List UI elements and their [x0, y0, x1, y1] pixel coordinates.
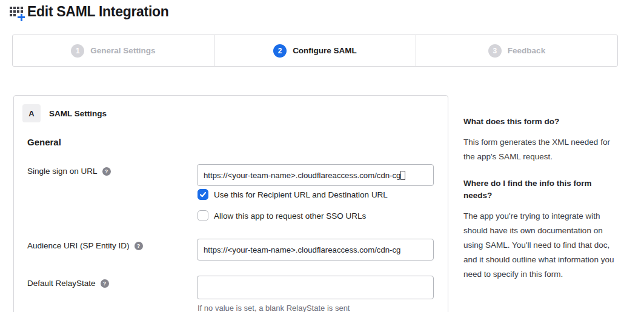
sidebar-heading-1: What does this form do? [463, 116, 617, 128]
app-grid-plus-icon [10, 5, 25, 19]
relaystate-helper-text: If no value is set, a blank RelayState i… [198, 304, 350, 312]
audience-uri-label: Audience URI (SP Entity ID) ? [27, 241, 143, 250]
step-feedback[interactable]: 3 Feedback [416, 35, 617, 66]
page-title: Edit SAML Integration [27, 4, 169, 20]
relaystate-input[interactable] [197, 276, 434, 299]
step-configure-saml[interactable]: 2 Configure SAML [214, 35, 416, 66]
recipient-url-checkbox-row: Use this for Recipient URL and Destinati… [198, 189, 388, 200]
sso-url-input[interactable]: https://<your-team-name>.cloudflareacces… [197, 164, 434, 186]
general-heading: General [27, 137, 61, 147]
help-icon[interactable]: ? [101, 279, 109, 288]
step-general-settings[interactable]: 1 General Settings [13, 35, 214, 66]
check-icon [199, 191, 207, 198]
recipient-url-checkbox-label[interactable]: Use this for Recipient URL and Destinati… [214, 190, 388, 199]
page-header: Edit SAML Integration [10, 4, 169, 20]
step-number-badge: 2 [273, 44, 287, 58]
sso-url-value: https://<your-team-name>.cloudflareacces… [204, 171, 400, 180]
step-number-badge: 1 [71, 44, 84, 58]
step-label: Feedback [508, 46, 545, 55]
wizard-stepper: 1 General Settings 2 Configure SAML 3 Fe… [12, 35, 618, 67]
audience-uri-value: https://<your-team-name>.cloudflareacces… [204, 245, 400, 254]
plus-icon [18, 14, 25, 21]
step-number-badge: 3 [488, 44, 502, 58]
other-sso-checkbox-row: Allow this app to request other SSO URLs [198, 210, 366, 221]
help-icon[interactable]: ? [102, 167, 111, 176]
audience-uri-input[interactable]: https://<your-team-name>.cloudflareacces… [197, 239, 434, 261]
text-cursor-icon [400, 171, 405, 180]
sso-url-label: Single sign on URL ? [27, 167, 111, 176]
sidebar-heading-2: Where do I find the info this form needs… [463, 178, 617, 202]
sidebar-body-2: The app you're trying to integrate with … [463, 209, 617, 282]
relaystate-label: Default RelayState ? [27, 279, 109, 288]
help-sidebar: What does this form do? This form genera… [463, 116, 617, 282]
recipient-url-checkbox[interactable] [198, 189, 208, 200]
section-badge: A [22, 104, 41, 122]
saml-settings-panel: A SAML Settings General Single sign on U… [13, 95, 448, 312]
sidebar-body-1: This form generates the XML needed for t… [463, 135, 617, 164]
help-icon[interactable]: ? [134, 242, 143, 250]
section-title: SAML Settings [49, 109, 107, 118]
step-label: Configure SAML [293, 46, 357, 55]
edit-saml-integration-page: Edit SAML Integration 1 General Settings… [0, 0, 644, 312]
step-label: General Settings [90, 46, 155, 55]
other-sso-checkbox[interactable] [198, 210, 208, 221]
other-sso-checkbox-label[interactable]: Allow this app to request other SSO URLs [214, 211, 366, 221]
